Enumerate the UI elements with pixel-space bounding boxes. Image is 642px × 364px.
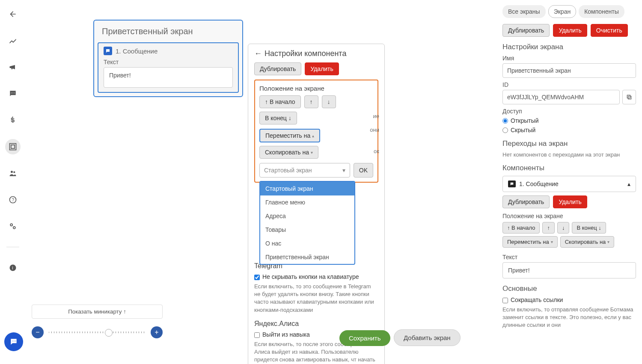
tg-checkbox[interactable] [254, 275, 260, 280]
csettings-title-text: Настройки компонента [265, 49, 346, 58]
rp-duplicate-button[interactable]: Дублировать [502, 24, 550, 37]
to-end-button[interactable]: В конец ↓ [259, 112, 297, 124]
screen-card[interactable]: Приветственный экран 1. Сообщение Текст … [93, 20, 243, 97]
rp-down-button[interactable]: ↓ [557, 222, 570, 234]
dropdown-item[interactable]: Адреса [260, 209, 354, 223]
nav-help[interactable]: ? [5, 192, 21, 207]
minimap-button[interactable]: Показать миникарту ↑ [32, 305, 163, 319]
rp-position-label: Положение на экране [502, 213, 636, 219]
alisa-title: Яндекс.Алиса [254, 320, 378, 328]
id-input[interactable] [502, 90, 620, 104]
message-icon [508, 181, 516, 187]
up-button[interactable]: ↑ [304, 95, 318, 108]
id-label: ID [502, 81, 636, 88]
rp-duplicate2-button[interactable]: Дублировать [502, 195, 550, 208]
screen-card-title: Приветственный экран [94, 21, 242, 42]
name-input[interactable] [502, 63, 636, 78]
transitions-empty: Нет компонентов с переходами на этот экр… [502, 151, 636, 158]
csettings-title: ← Настройки компонента [254, 49, 378, 58]
access-label: Доступ [502, 108, 636, 115]
add-screen-button[interactable]: Добавить экран [394, 329, 461, 346]
chat-fab[interactable] [4, 332, 23, 351]
svg-text:?: ? [12, 198, 15, 202]
rp-text-label: Текст [502, 254, 636, 260]
position-title: Положение на экране [259, 85, 373, 92]
rp-to-start-button[interactable]: ↑ В начало [502, 222, 540, 234]
svg-point-2 [14, 93, 15, 94]
component-item-label: 1. Сообщение [519, 181, 559, 187]
nav-megaphone[interactable] [5, 59, 21, 75]
nav-back[interactable] [5, 6, 21, 22]
svg-point-10 [10, 224, 12, 226]
obscured-text: ок [374, 148, 379, 155]
tab-screen[interactable]: Экран [548, 5, 577, 18]
rp-to-end-button[interactable]: В конец ↓ [572, 222, 606, 234]
rp-clear-button[interactable]: Очистить [591, 24, 628, 37]
rp-up-button[interactable]: ↑ [542, 222, 555, 234]
shorten-links-label: Сокращать ссылки [511, 296, 563, 303]
svg-point-17 [14, 341, 15, 342]
tab-components[interactable]: Компоненты [579, 5, 624, 18]
nav-dollar[interactable]: $ [5, 112, 21, 128]
text-label: Текст [104, 59, 233, 65]
obscured-text: ие [373, 112, 380, 120]
tab-all-screens[interactable]: Все экраны [502, 5, 546, 18]
zoom-slider[interactable] [49, 331, 146, 333]
svg-point-16 [12, 341, 13, 342]
move-to-button[interactable]: Переместить на [259, 129, 320, 142]
dropdown-item[interactable]: О нас [260, 237, 354, 250]
right-panel: Все экраны Экран Компоненты Дублировать … [496, 0, 642, 364]
nav-chart[interactable] [5, 33, 21, 48]
component-header: 1. Сообщение [104, 47, 233, 55]
to-start-button[interactable]: ↑ В начало [259, 95, 301, 108]
nav-chat[interactable] [5, 86, 21, 101]
duplicate-button[interactable]: Дублировать [254, 62, 301, 75]
tg-desc: Если включить, то это сообщение в Telegr… [254, 283, 378, 314]
chevron-up-icon: ▴ [627, 181, 630, 187]
zoom-out-button[interactable]: − [32, 326, 44, 338]
svg-text:i: i [12, 266, 13, 270]
rp-text-value[interactable]: Привет! [502, 262, 636, 278]
dropdown-item[interactable]: Главное меню [260, 195, 354, 209]
ya-checkbox[interactable] [254, 332, 260, 338]
rp-delete-button[interactable]: Удалить [553, 24, 587, 37]
access-hidden-radio[interactable]: Скрытый [502, 127, 636, 133]
svg-rect-15 [627, 95, 630, 98]
nav-settings[interactable] [5, 219, 21, 234]
nav-users[interactable] [5, 166, 21, 181]
obscured-text: они [370, 126, 379, 134]
components-title: Компоненты [502, 164, 636, 172]
message-icon [104, 47, 112, 55]
access-open-radio[interactable]: Открытый [502, 117, 636, 124]
copy-to-button[interactable]: Скопировать на [259, 146, 318, 159]
svg-point-0 [11, 93, 12, 94]
zoom-in-button[interactable]: + [151, 326, 163, 338]
name-label: Имя [502, 55, 636, 62]
tg-cb-label: Не скрывать кнопки на клавиатуре [262, 273, 359, 280]
component-list-item[interactable]: 1. Сообщение ▴ [502, 176, 636, 192]
component-block[interactable]: 1. Сообщение Текст Привет! [98, 42, 239, 93]
rp-copy-to-button[interactable]: Скопировать на [560, 236, 615, 248]
component-settings-panel: ← Настройки компонента Дублировать Удали… [248, 44, 385, 364]
svg-point-18 [15, 341, 16, 342]
nav-info[interactable]: i [5, 260, 21, 275]
text-value[interactable]: Привет! [104, 67, 233, 88]
delete-button[interactable]: Удалить [305, 62, 339, 75]
copy-id-button[interactable] [622, 90, 636, 104]
main-title: Основные [502, 284, 636, 293]
rp-delete2-button[interactable]: Удалить [553, 195, 587, 208]
dropdown-item[interactable]: Стартовый экран [260, 182, 354, 195]
back-arrow-icon[interactable]: ← [254, 49, 262, 58]
ok-button[interactable]: OK [354, 163, 373, 178]
rp-move-to-button[interactable]: Переместить на [502, 236, 558, 248]
screen-select[interactable]: Стартовый экран ▾ [259, 163, 350, 178]
down-button[interactable]: ↓ [322, 95, 336, 108]
shorten-links-checkbox[interactable] [502, 298, 508, 303]
dropdown-item[interactable]: Товары [260, 223, 354, 237]
shorten-desc: Если включить, то отправляя сообщение Бо… [502, 306, 636, 329]
svg-point-7 [13, 171, 15, 173]
position-box: Положение на экране ↑ В начало ↑ ↓ В кон… [254, 80, 378, 183]
save-button[interactable]: Сохранить [339, 330, 390, 346]
dropdown-item[interactable]: Приветственный экран [260, 250, 354, 264]
nav-diagram[interactable] [5, 139, 21, 154]
